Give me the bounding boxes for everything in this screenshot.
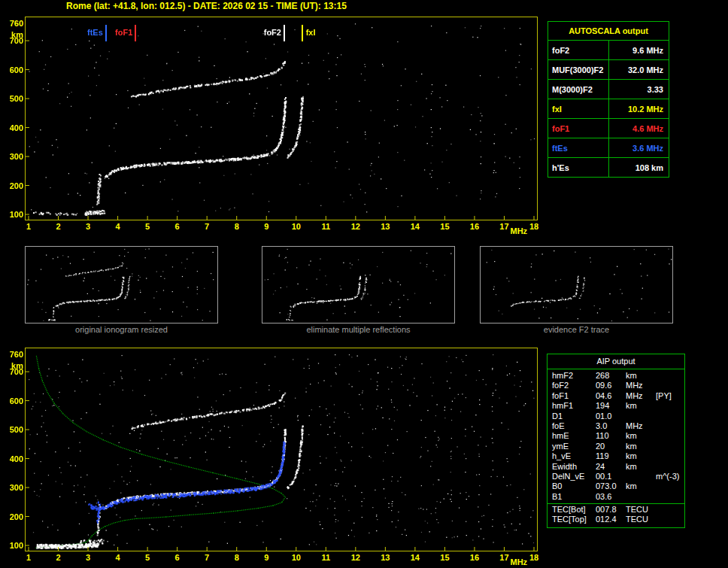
aip-row: hmF1194km [548, 401, 684, 411]
aip-row-unit: km [626, 451, 656, 461]
autoscala-row-value: 3.33 [608, 80, 669, 99]
thumb-no-multiples-frame [262, 246, 455, 323]
autoscala-row: ftEs3.6 MHz [548, 138, 669, 158]
autoscala-row-value: 108 km [608, 158, 669, 178]
aip-row-label: B0 [548, 481, 596, 491]
aip-row-extra [656, 381, 684, 390]
aip-row-extra [656, 401, 684, 411]
legend-label-ftes: ftEs [87, 28, 103, 38]
y-tick-label: 100 [4, 541, 23, 550]
x-tick-label: 8 [229, 553, 245, 562]
x-tick-label: 1 [20, 553, 37, 562]
aip-row: hmE110km [548, 431, 684, 441]
aip-row-extra [656, 451, 684, 461]
thumb-no-multiples-caption: eliminate multiple reflections [262, 325, 455, 334]
legend-label-fxi: fxI [306, 28, 316, 38]
aip-row-value: 012.4 [596, 515, 626, 524]
autoscala-row-value: 10.2 MHz [608, 99, 669, 119]
aip-row-extra [656, 492, 684, 502]
aip-row-unit: TECU [626, 505, 656, 515]
aip-row: foE3.0MHz [548, 421, 684, 431]
aip-row-label: Ewidth [548, 462, 596, 472]
aip-row-value: 01.0 [596, 412, 626, 421]
legend-label-fof1: foF1 [115, 28, 132, 38]
x-tick-label: 5 [139, 222, 156, 231]
aip-row: B0073.0km [548, 481, 684, 491]
y-tick-label: 400 [4, 123, 23, 132]
y-axis-unit-label: km [4, 30, 23, 39]
aip-row: D101.0 [548, 412, 684, 421]
aip-row-unit: km [626, 401, 656, 411]
aip-row-extra [656, 481, 684, 491]
thumb-f2-trace-canvas [481, 247, 672, 323]
x-tick-label: 11 [317, 553, 334, 562]
y-axis-unit-label: km [4, 361, 23, 370]
y-tick-label: 400 [4, 454, 23, 463]
x-tick-label: 3 [80, 222, 96, 231]
y-tick-label: 760 [4, 19, 23, 28]
autoscala-row-label: MUF(3000)F2 [548, 60, 609, 80]
aip-row-label: hmF2 [548, 371, 596, 381]
x-tick-label: 7 [199, 222, 215, 231]
y-tick-label: 200 [4, 512, 23, 521]
autoscala-row-value: 32.0 MHz [608, 60, 669, 80]
aip-row-unit: MHz [626, 391, 656, 401]
y-tick-label: 100 [4, 210, 23, 219]
page-title: Rome (lat: +41.8, lon: 012.5) - DATE: 20… [66, 1, 347, 11]
x-tick-label: 10 [288, 222, 305, 231]
aip-row-unit: TECU [626, 515, 656, 524]
autoscala-row-value: 4.6 MHz [608, 119, 669, 138]
autoscala-row: foF29.6 MHz [548, 41, 669, 60]
bottom-ionogram-canvas [26, 348, 537, 551]
y-tick-label: 500 [4, 94, 23, 103]
autoscala-output-table: AUTOSCALA output foF29.6 MHzMUF(3000)F23… [548, 21, 669, 178]
x-tick-label: 15 [436, 553, 453, 562]
x-tick-label: 6 [169, 553, 186, 562]
aip-row-value: 03.6 [596, 492, 626, 502]
aip-row: foF209.6MHz [548, 381, 684, 390]
autoscala-row-label: foF1 [548, 119, 609, 138]
aip-panel-header: AIP output [548, 354, 684, 369]
aip-row-unit: km [626, 481, 656, 491]
x-tick-label: 16 [466, 222, 483, 231]
aip-row: h_vE119km [548, 451, 684, 461]
aip-row-value: 110 [596, 431, 626, 441]
aip-row: B103.6 [548, 492, 684, 502]
autoscala-row: MUF(3000)F232.0 MHz [548, 60, 669, 80]
x-tick-label: 12 [347, 222, 364, 231]
y-tick-label: 600 [4, 396, 23, 405]
aip-row-value: 09.6 [596, 381, 626, 390]
aip-output-panel: AIP output hmF2268kmfoF209.6MHzfoF104.6M… [547, 354, 685, 528]
x-tick-label: 12 [347, 553, 364, 562]
aip-row-extra [656, 421, 684, 431]
aip-row-label: foE [548, 421, 596, 431]
x-tick-label: 4 [110, 553, 126, 562]
aip-row-value: 007.8 [596, 505, 626, 515]
legend-marker-fof2 [284, 25, 285, 41]
top-ionogram-frame [25, 17, 538, 220]
x-tick-label: 9 [258, 222, 275, 231]
x-axis-unit-label: MHz [510, 557, 527, 566]
aip-row: DelN_vE00.1m^(-3) [548, 472, 684, 481]
x-tick-label: 13 [377, 222, 393, 231]
aip-row-extra: [PY] [656, 391, 684, 401]
aip-row-value: 20 [596, 442, 626, 451]
x-tick-label: 18 [526, 553, 542, 562]
aip-row-extra [656, 442, 684, 451]
aip-row-unit [626, 412, 656, 421]
autoscala-header-row: AUTOSCALA output [548, 22, 669, 41]
aip-row-value: 3.0 [596, 421, 626, 431]
aip-row-extra [656, 505, 684, 515]
y-tick-label: 300 [4, 152, 23, 161]
bottom-ionogram-frame [25, 348, 538, 551]
legend-marker-fof1 [135, 25, 136, 41]
aip-row-value: 268 [596, 371, 626, 381]
aip-row-extra [656, 431, 684, 441]
autoscala-row-label: h'Es [548, 158, 609, 178]
x-tick-label: 2 [50, 553, 67, 562]
y-tick-label: 200 [4, 181, 23, 190]
aip-row-value: 00.1 [596, 472, 626, 481]
aip-row-label: h_vE [548, 451, 596, 461]
aip-row: foF104.6MHz[PY] [548, 391, 684, 401]
autoscala-row-label: fxI [548, 99, 609, 119]
